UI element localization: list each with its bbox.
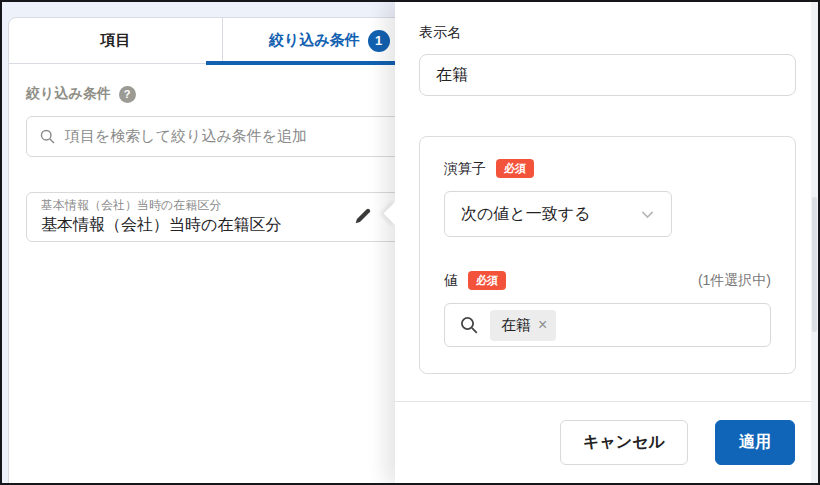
condition-field-label: 基本情報（会社）当時の在籍区分 xyxy=(41,198,403,214)
selected-value-chip: 在籍 × xyxy=(490,310,556,341)
filter-count-badge: 1 xyxy=(368,30,390,52)
edit-condition-button[interactable] xyxy=(353,206,373,226)
condition-settings-card: 演算子 必須 次の値と一致する 値 必須 (1件選択中) 在籍 xyxy=(419,136,796,374)
selection-count: (1件選択中) xyxy=(698,272,771,290)
dialog-footer: キャンセル 適用 xyxy=(395,401,820,483)
chevron-down-icon xyxy=(640,207,655,222)
tabbar: 項目 絞り込み条件 1 xyxy=(9,18,431,64)
tab-items[interactable]: 項目 xyxy=(9,18,223,63)
filter-condition-editor: 項目 絞り込み条件 1 絞り込み条件 ? 項目を検索して絞り込み条件を追 xyxy=(0,0,820,485)
display-name-value: 在籍 xyxy=(436,65,468,86)
operator-label: 演算子 xyxy=(444,160,486,178)
edit-condition-dialog: 表示名 在籍 演算子 必須 次の値と一致する 値 必須 (1件選択中) xyxy=(395,2,820,483)
filter-panel: 項目 絞り込み条件 1 絞り込み条件 ? 項目を検索して絞り込み条件を追 xyxy=(8,17,432,485)
display-name-label: 表示名 xyxy=(419,24,796,42)
cancel-button[interactable]: キャンセル xyxy=(560,420,688,465)
chip-remove-icon[interactable]: × xyxy=(538,317,547,333)
operator-select[interactable]: 次の値と一致する xyxy=(444,191,672,237)
display-name-input[interactable]: 在籍 xyxy=(419,54,796,96)
section-title: 絞り込み条件 xyxy=(26,85,111,103)
scrollbar-track[interactable] xyxy=(811,2,818,483)
section-header: 絞り込み条件 ? xyxy=(26,85,431,103)
search-icon xyxy=(39,128,56,145)
filter-panel-content: 絞り込み条件 ? 項目を検索して絞り込み条件を追加 基本情報（会社）当時の在籍区… xyxy=(9,85,431,242)
condition-list-item[interactable]: 基本情報（会社）当時の在籍区分 基本情報（会社）当時の在籍区分 xyxy=(26,192,418,242)
tab-items-label: 項目 xyxy=(101,31,131,50)
value-label: 値 xyxy=(444,272,458,290)
help-icon[interactable]: ? xyxy=(119,86,136,103)
left-panel-background: 項目 絞り込み条件 1 絞り込み条件 ? 項目を検索して絞り込み条件を追 xyxy=(2,2,402,483)
operator-label-row: 演算子 必須 xyxy=(444,159,771,178)
apply-button[interactable]: 適用 xyxy=(715,420,795,465)
search-icon xyxy=(459,315,479,335)
value-label-row: 値 必須 (1件選択中) xyxy=(444,271,771,290)
search-placeholder: 項目を検索して絞り込み条件を追加 xyxy=(65,127,307,146)
condition-search-input[interactable]: 項目を検索して絞り込み条件を追加 xyxy=(26,116,418,157)
chip-label: 在籍 xyxy=(501,316,531,335)
operator-required-badge: 必須 xyxy=(496,159,534,178)
scrollbar-thumb[interactable] xyxy=(812,197,817,332)
tab-filter-label: 絞り込み条件 xyxy=(269,31,360,50)
condition-display-name: 基本情報（会社）当時の在籍区分 xyxy=(41,215,403,236)
value-multiselect-input[interactable]: 在籍 × xyxy=(444,303,771,347)
operator-selected-option: 次の値と一致する xyxy=(461,204,591,225)
value-required-badge: 必須 xyxy=(468,271,506,290)
